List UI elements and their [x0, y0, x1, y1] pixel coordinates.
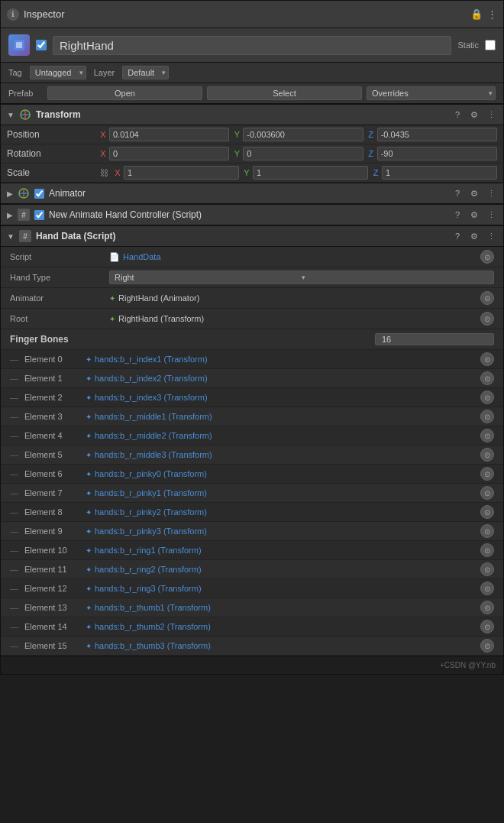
- hand-data-menu-icon[interactable]: ⋮: [485, 232, 497, 241]
- element-transform-text-7: hands:b_r_pinky1 (Transform): [95, 488, 477, 497]
- rotation-label: Rotation: [7, 148, 99, 159]
- animator-settings-icon[interactable]: ⚙: [468, 189, 480, 199]
- static-label: Static: [457, 41, 479, 50]
- element-target-button-15[interactable]: ⊙: [480, 639, 494, 653]
- element-label-10: Element 10: [24, 546, 86, 555]
- element-target-button-12[interactable]: ⊙: [480, 582, 494, 595]
- element-target-button-4[interactable]: ⊙: [480, 429, 494, 442]
- animator-ref-icon: ✦: [109, 294, 115, 303]
- prefab-overrides-dropdown[interactable]: Overrides: [367, 86, 496, 100]
- element-target-button-0[interactable]: ⊙: [480, 352, 494, 366]
- menu-icon[interactable]: ⋮: [487, 8, 497, 20]
- animator-help-icon[interactable]: ?: [451, 189, 464, 198]
- animator-collapse-arrow[interactable]: ▶: [7, 190, 13, 198]
- position-z-input[interactable]: [377, 128, 497, 141]
- prefab-open-button[interactable]: Open: [47, 86, 202, 100]
- rotation-row: Rotation X Y Z: [1, 144, 503, 164]
- element-target-button-5[interactable]: ⊙: [480, 448, 494, 462]
- element-dash: —: [10, 584, 18, 593]
- element-transform-text-13: hands:b_r_thumb1 (Transform): [95, 603, 477, 612]
- static-checkbox[interactable]: [485, 40, 496, 50]
- position-y-input[interactable]: [243, 128, 363, 141]
- hand-data-help-icon[interactable]: ?: [451, 232, 464, 241]
- element-target-button-11[interactable]: ⊙: [480, 562, 494, 576]
- position-z-axis: Z: [367, 130, 376, 139]
- new-animate-hand-settings-icon[interactable]: ⚙: [468, 210, 480, 220]
- hand-data-settings-icon[interactable]: ⚙: [468, 232, 480, 241]
- new-animate-hand-checkbox[interactable]: [34, 210, 44, 220]
- element-target-button-2[interactable]: ⊙: [480, 390, 494, 404]
- element-label-2: Element 2: [24, 393, 86, 402]
- element-target-button-6[interactable]: ⊙: [480, 467, 494, 481]
- element-row: — Element 4 ✦ hands:b_r_middle2 (Transfo…: [1, 426, 503, 446]
- tag-dropdown[interactable]: Untagged: [30, 66, 86, 79]
- new-animate-hand-collapse-arrow[interactable]: ▶: [7, 211, 13, 219]
- element-target-button-1[interactable]: ⊙: [480, 371, 494, 385]
- hand-data-title: Hand Data (Script): [36, 231, 451, 241]
- element-target-button-13[interactable]: ⊙: [480, 601, 494, 614]
- element-dash: —: [10, 641, 18, 650]
- scale-x-input[interactable]: [124, 166, 239, 180]
- element-target-button-8[interactable]: ⊙: [480, 505, 494, 519]
- element-row: — Element 6 ✦ hands:b_r_pinky0 (Transfor…: [1, 465, 503, 484]
- element-row: — Element 12 ✦ hands:b_r_ring3 (Transfor…: [1, 579, 503, 598]
- hand-type-value: Right: [115, 273, 302, 282]
- element-transform-text-14: hands:b_r_thumb2 (Transform): [95, 622, 477, 631]
- element-transform-icon-10: ✦: [86, 546, 92, 555]
- element-transform-text-6: hands:b_r_pinky0 (Transform): [95, 469, 477, 478]
- animator-menu-icon[interactable]: ⋮: [485, 189, 497, 199]
- element-target-button-10[interactable]: ⊙: [480, 543, 494, 557]
- element-row: — Element 3 ✦ hands:b_r_middle1 (Transfo…: [1, 407, 503, 426]
- animator-icon: [18, 187, 30, 199]
- rotation-z-input[interactable]: [377, 147, 497, 160]
- animator-active-checkbox[interactable]: [34, 189, 44, 199]
- hand-type-row: Hand Type Right ▾: [1, 267, 503, 288]
- rotation-x-input[interactable]: [109, 147, 229, 160]
- scale-y-input[interactable]: [253, 166, 368, 180]
- transform-help-icon[interactable]: ?: [451, 110, 464, 119]
- element-transform-text-9: hands:b_r_pinky3 (Transform): [95, 527, 477, 536]
- element-transform-icon-13: ✦: [86, 604, 92, 612]
- object-active-checkbox[interactable]: [36, 40, 47, 50]
- element-label-12: Element 12: [24, 584, 86, 593]
- scale-z-axis: Z: [371, 168, 380, 177]
- root-target-button[interactable]: ⊙: [480, 312, 494, 326]
- element-target-button-14[interactable]: ⊙: [480, 620, 494, 633]
- scale-z-input[interactable]: [382, 166, 497, 180]
- element-target-button-7[interactable]: ⊙: [480, 486, 494, 500]
- layer-dropdown-wrap[interactable]: Default: [122, 66, 169, 79]
- root-value: RightHand (Transform): [118, 314, 477, 323]
- element-dash: —: [10, 565, 18, 574]
- rotation-z-axis: Z: [367, 149, 376, 158]
- hand-type-dropdown[interactable]: Right ▾: [109, 271, 494, 284]
- position-x-input[interactable]: [109, 128, 229, 141]
- element-row: — Element 10 ✦ hands:b_r_ring1 (Transfor…: [1, 541, 503, 560]
- tag-label: Tag: [8, 68, 22, 77]
- new-animate-hand-menu-icon[interactable]: ⋮: [485, 210, 497, 220]
- script-target-button[interactable]: ⊙: [480, 250, 494, 264]
- prefab-overrides-wrap[interactable]: Overrides: [367, 86, 496, 100]
- transform-collapse-arrow[interactable]: ▼: [7, 111, 15, 119]
- element-dash: —: [10, 469, 18, 478]
- element-value-14: ✦ hands:b_r_thumb2 (Transform) ⊙: [86, 620, 494, 633]
- transform-settings-icon[interactable]: ⚙: [468, 110, 480, 120]
- element-target-button-3[interactable]: ⊙: [480, 410, 494, 423]
- hand-data-collapse-arrow[interactable]: ▼: [7, 232, 15, 241]
- rotation-y-input[interactable]: [243, 147, 363, 160]
- transform-menu-icon[interactable]: ⋮: [485, 110, 497, 120]
- element-transform-icon-11: ✦: [86, 565, 92, 574]
- element-value-8: ✦ hands:b_r_pinky2 (Transform) ⊙: [86, 505, 494, 519]
- tag-dropdown-wrap[interactable]: Untagged: [30, 66, 86, 79]
- element-target-button-9[interactable]: ⊙: [480, 524, 494, 538]
- new-animate-hand-help-icon[interactable]: ?: [451, 210, 464, 219]
- element-value-5: ✦ hands:b_r_middle3 (Transform) ⊙: [86, 448, 494, 462]
- layer-dropdown[interactable]: Default: [122, 66, 169, 79]
- lock-icon[interactable]: 🔒: [470, 8, 483, 20]
- prefab-select-button[interactable]: Select: [207, 86, 362, 100]
- animator-ref-target-button[interactable]: ⊙: [480, 291, 494, 305]
- hand-data-icon: #: [19, 230, 31, 242]
- element-label-6: Element 6: [24, 469, 86, 478]
- finger-bones-count[interactable]: [375, 333, 494, 345]
- tag-layer-row: Tag Untagged Layer Default: [1, 63, 503, 83]
- object-name[interactable]: RightHand: [53, 36, 451, 55]
